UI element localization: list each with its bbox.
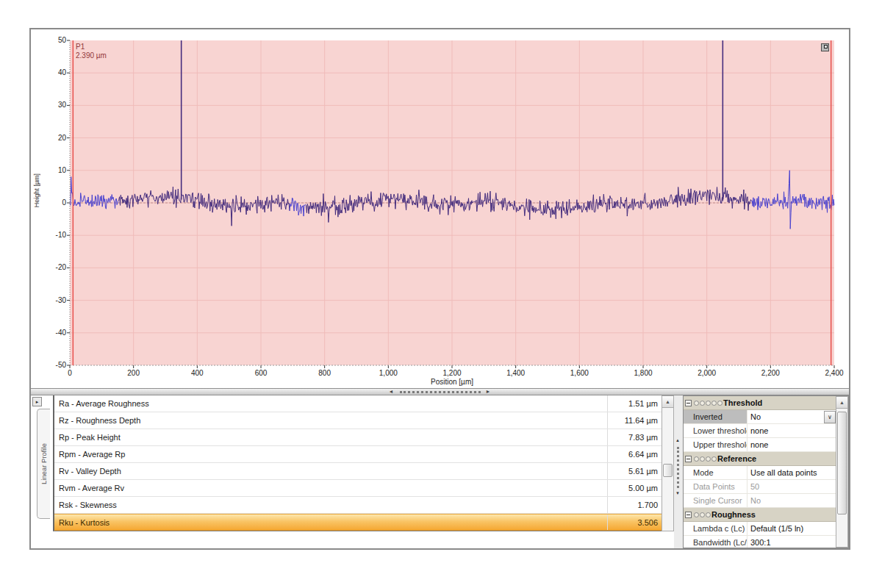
property-value: No <box>747 494 836 507</box>
property-value-text: No <box>750 494 836 507</box>
horizontal-splitter[interactable]: ◄ ► <box>31 388 849 395</box>
property-row[interactable]: InvertedNo∨ <box>684 410 836 424</box>
x-tick-label: 1,000 <box>366 369 410 377</box>
property-value-text: none <box>750 424 836 437</box>
parameter-value: 1.51 µm <box>607 395 662 412</box>
vsplit-down-arrow-icon: ▼ <box>675 491 680 495</box>
section-title: Threshold <box>723 398 762 407</box>
parameter-value: 5.61 µm <box>607 463 662 479</box>
priority-dot-icon <box>706 512 711 517</box>
property-value: none <box>747 424 836 437</box>
priority-dot-icon <box>711 456 717 462</box>
scrollbar-thumb[interactable] <box>663 464 673 477</box>
scroll-up-icon[interactable]: ▲ <box>662 396 673 408</box>
y-tick-label: 30 <box>46 101 66 109</box>
tab-linear-profile-label: Linear Profile <box>40 443 48 484</box>
property-value[interactable]: No∨ <box>747 410 836 423</box>
section-header-reference[interactable]: Reference <box>684 452 836 466</box>
section-title: Reference <box>717 454 756 463</box>
parameter-value: 1.700 <box>607 497 662 513</box>
parameter-name: Rp - Peak Height <box>54 429 607 445</box>
results-table-wrap: Ra - Average Roughness1.51 µmRz - Roughn… <box>53 395 662 548</box>
priority-dot-icon <box>700 512 705 517</box>
properties-scrollbar[interactable]: ▲ <box>836 396 848 548</box>
table-row[interactable]: Rz - Roughness Depth11.64 µm <box>54 412 662 429</box>
y-tick-label: -30 <box>46 296 66 304</box>
splitter-grip <box>400 391 481 393</box>
property-label: Bandwidth (Lc/Ls) <box>684 536 747 548</box>
properties-panel: ThresholdInvertedNo∨Lower thresholdnoneU… <box>683 395 849 548</box>
property-label: Upper threshold <box>684 438 747 451</box>
property-row[interactable]: Lambda c (Lc)Default (1/5 ln) <box>684 522 836 536</box>
priority-dot-icon <box>706 456 711 462</box>
x-tick-label: 2,200 <box>748 369 792 377</box>
x-tick-label: 400 <box>175 369 219 377</box>
collapse-icon[interactable] <box>685 512 692 518</box>
parameter-name: Rvm - Average Rv <box>54 480 607 496</box>
collapse-icon[interactable] <box>685 400 692 406</box>
scroll-up-icon[interactable]: ▲ <box>836 397 847 409</box>
app-window: Height [µm] Position [µm] P1 2.390 µm 50… <box>29 28 850 550</box>
x-tick-label: 1,600 <box>557 369 601 377</box>
table-row[interactable]: Rsk - Skewness1.700 <box>54 497 662 514</box>
y-tick-label: 10 <box>46 166 66 174</box>
cursor-annotation: P1 2.390 µm <box>76 43 107 60</box>
dropdown-arrow-icon[interactable]: ∨ <box>824 411 836 423</box>
parameter-name: Rsk - Skewness <box>54 497 607 513</box>
parameter-name: Ra - Average Roughness <box>54 395 607 412</box>
table-row[interactable]: Rpm - Average Rp6.64 µm <box>54 446 662 463</box>
priority-dot-icon <box>706 401 711 406</box>
table-row[interactable]: Rku - Kurtosis3.506 <box>54 514 662 531</box>
property-row[interactable]: Upper thresholdnone <box>684 438 836 452</box>
y-tick-label: -50 <box>46 361 66 369</box>
parameter-name: Rpm - Average Rp <box>54 446 607 462</box>
x-axis-title: Position [µm] <box>70 378 834 386</box>
property-row[interactable]: ModeUse all data points <box>684 466 836 480</box>
vertical-splitter[interactable]: ▲ ▼ <box>674 395 683 548</box>
priority-dot-icon <box>700 401 705 406</box>
property-label: Single Cursor <box>684 494 747 507</box>
y-tick-label: -10 <box>46 231 66 239</box>
y-tick-label: -20 <box>46 263 66 271</box>
tab-linear-profile[interactable]: Linear Profile <box>37 409 50 519</box>
parameter-value: 11.64 µm <box>607 412 662 429</box>
priority-dot-icon <box>700 456 705 462</box>
property-label: Lower threshold <box>684 424 747 437</box>
splitter-left-arrow-icon: ◄ <box>389 389 394 395</box>
scrollbar-thumb[interactable] <box>837 412 847 514</box>
popout-icon[interactable] <box>821 43 829 51</box>
bottom-region: ▸ Linear Profile Ra - Average Roughness1… <box>31 395 849 548</box>
parameter-value: 6.64 µm <box>607 446 662 462</box>
property-value-text: 50 <box>750 480 836 493</box>
splitter-right-arrow-icon: ► <box>486 389 491 395</box>
x-tick-label: 800 <box>303 369 347 377</box>
section-header-roughness[interactable]: Roughness <box>684 508 836 522</box>
cursor-annotation-value: 2.390 µm <box>76 51 107 60</box>
table-row[interactable]: Rv - Valley Depth5.61 µm <box>54 463 662 480</box>
x-tick-label: 1,400 <box>494 369 538 377</box>
parameter-name: Rz - Roughness Depth <box>54 412 607 429</box>
property-label: Mode <box>684 466 747 479</box>
collapse-icon[interactable] <box>685 456 692 462</box>
property-value: 50 <box>747 480 836 493</box>
parameter-value: 3.506 <box>607 514 662 530</box>
section-header-threshold[interactable]: Threshold <box>684 396 836 410</box>
results-table-scrollbar[interactable]: ▲ <box>662 395 674 531</box>
profile-plot[interactable] <box>31 29 849 388</box>
property-row[interactable]: Lower thresholdnone <box>684 424 836 438</box>
property-row[interactable]: Bandwidth (Lc/Ls)300:1 <box>684 536 836 548</box>
y-tick-label: 50 <box>46 36 66 44</box>
property-value: none <box>747 438 836 451</box>
property-row[interactable]: Single CursorNo <box>684 494 836 508</box>
table-row[interactable]: Rvm - Average Rv5.00 µm <box>54 480 662 497</box>
vsplit-grip <box>677 447 679 488</box>
priority-dot-icon <box>694 456 699 462</box>
priority-dot-icon <box>717 401 723 406</box>
table-row[interactable]: Rp - Peak Height7.83 µm <box>54 429 662 446</box>
property-row[interactable]: Data Points50 <box>684 480 836 494</box>
property-value: 300:1 <box>747 536 836 548</box>
section-title: Roughness <box>711 510 756 519</box>
table-row[interactable]: Ra - Average Roughness1.51 µm <box>54 395 662 412</box>
x-tick-label: 600 <box>239 369 283 377</box>
tab-collapse-button[interactable]: ▸ <box>32 397 42 406</box>
